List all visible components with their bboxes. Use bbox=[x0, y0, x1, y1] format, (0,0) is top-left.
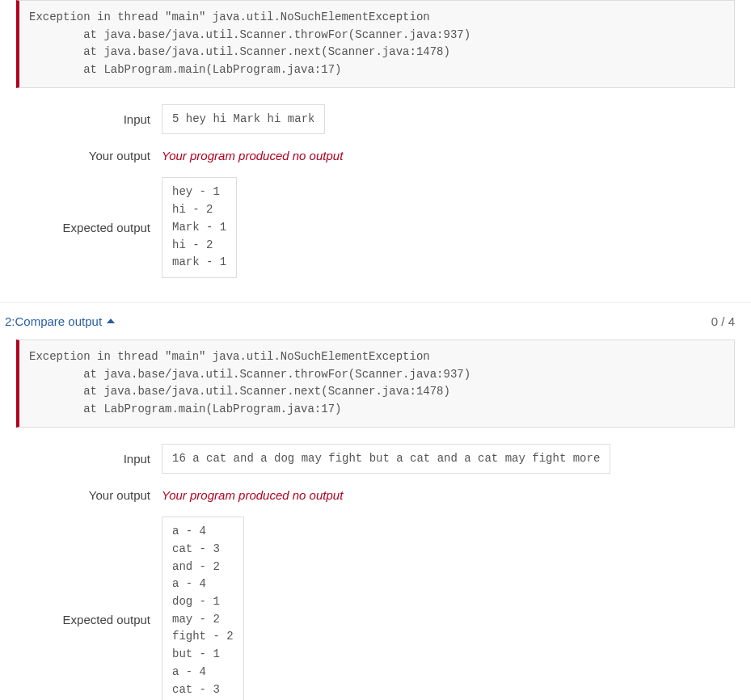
your-output-value: Your program produced no output bbox=[162, 149, 735, 162]
chevron-up-icon bbox=[107, 318, 115, 323]
io-table: Input 5 hey hi Mark hi mark Your output … bbox=[16, 104, 735, 278]
expected-output-label: Expected output bbox=[16, 613, 154, 626]
input-value: 16 a cat and a dog may fight but a cat a… bbox=[162, 444, 610, 474]
expected-output-label: Expected output bbox=[16, 221, 154, 234]
test-result-1: Exception in thread "main" java.util.NoS… bbox=[0, 0, 751, 294]
your-output-label: Your output bbox=[16, 149, 154, 162]
exception-trace: Exception in thread "main" java.util.NoS… bbox=[16, 339, 735, 428]
expected-output-value: hey - 1 hi - 2 Mark - 1 hi - 2 mark - 1 bbox=[162, 177, 237, 277]
your-output-value: Your program produced no output bbox=[162, 488, 735, 502]
test-header[interactable]: 2:Compare output 0 / 4 bbox=[0, 303, 751, 339]
input-label: Input bbox=[16, 112, 154, 126]
test-score: 0 / 4 bbox=[711, 314, 735, 328]
test-title: 2:Compare output bbox=[5, 314, 102, 328]
expected-output-value: a - 4 cat - 3 and - 2 a - 4 dog - 1 may … bbox=[162, 517, 244, 700]
input-label: Input bbox=[16, 452, 154, 466]
exception-trace: Exception in thread "main" java.util.NoS… bbox=[16, 0, 735, 88]
your-output-label: Your output bbox=[16, 488, 154, 502]
input-value: 5 hey hi Mark hi mark bbox=[162, 104, 325, 135]
test-result-2: Exception in thread "main" java.util.NoS… bbox=[0, 339, 751, 700]
io-table: Input 16 a cat and a dog may fight but a… bbox=[16, 444, 735, 700]
test-header-left: 2:Compare output bbox=[5, 314, 115, 328]
